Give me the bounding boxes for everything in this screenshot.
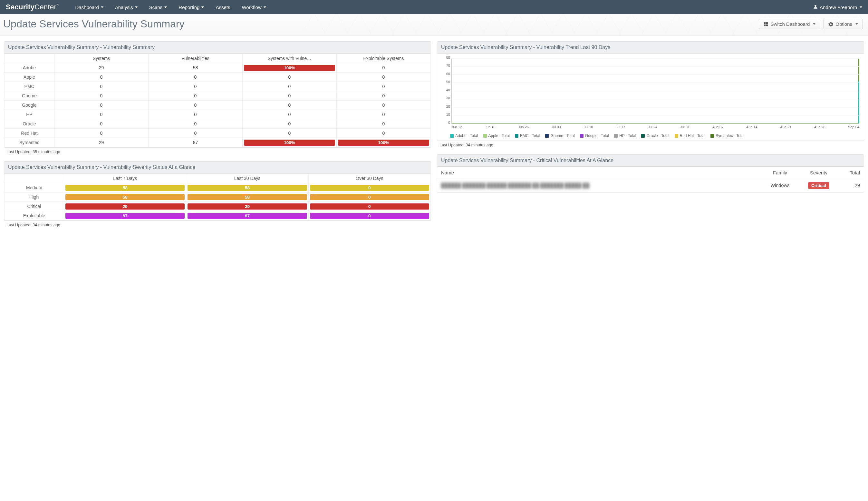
- panel-footer: Last Updated: 34 minutes ago: [4, 221, 431, 228]
- col-total: Total: [838, 167, 864, 179]
- percent-bar: 100%: [244, 140, 335, 146]
- x-tick: Jun 12: [452, 125, 462, 131]
- legend-swatch: [614, 134, 618, 138]
- nav-assets[interactable]: Assets: [216, 4, 230, 10]
- x-tick: Aug 14: [746, 125, 758, 131]
- x-tick: Jul 24: [648, 125, 657, 131]
- panel-footer: Last Updated: 34 minutes ago: [437, 141, 864, 149]
- y-tick: 40: [446, 88, 450, 92]
- brand-logo: SecurityCenter™: [6, 3, 59, 11]
- options-label: Options: [835, 21, 852, 27]
- trend-chart[interactable]: 01020304050607080 Jun 12Jun 19Jun 26Jul …: [441, 57, 860, 131]
- table-row[interactable]: ██████ ███████ ██████ ███████ ██ ███████…: [437, 179, 864, 192]
- vuln-summary-panel: Update Services Vulnerability Summary - …: [4, 41, 431, 156]
- svg-rect-1: [766, 22, 768, 23]
- top-nav: SecurityCenter™ DashboardAnalysisScansRe…: [0, 0, 868, 14]
- vuln-summary-table: SystemsVulnerabilitiesSystems with Vulne…: [4, 54, 431, 147]
- y-tick: 10: [446, 113, 450, 116]
- switch-dashboard-label: Switch Dashboard: [771, 21, 810, 27]
- x-tick: Jun 19: [485, 125, 496, 131]
- legend-item[interactable]: Gnome - Total: [545, 134, 574, 138]
- table-row[interactable]: Medium58580: [4, 183, 431, 192]
- legend-item[interactable]: Oracle - Total: [641, 134, 669, 138]
- x-tick: Jun 26: [518, 125, 529, 131]
- user-menu[interactable]: Andrew Freeborn: [813, 4, 862, 10]
- y-tick: 50: [446, 80, 450, 84]
- grid-icon: [763, 22, 768, 26]
- col-header: Last 30 Days: [186, 174, 308, 183]
- user-name: Andrew Freeborn: [820, 4, 857, 10]
- legend-swatch: [545, 134, 549, 138]
- table-row[interactable]: Oracle0000: [4, 119, 431, 129]
- severity-bar: 58: [187, 194, 307, 200]
- y-tick: 0: [448, 120, 450, 125]
- severity-bar: 0: [310, 194, 429, 200]
- critical-panel: Update Services Vulnerability Summary - …: [437, 154, 864, 192]
- col-header: Systems: [54, 54, 149, 63]
- severity-table: Last 7 DaysLast 30 DaysOver 30 DaysMediu…: [4, 173, 431, 221]
- nav-analysis[interactable]: Analysis: [115, 4, 138, 10]
- col-header: Last 7 Days: [64, 174, 186, 183]
- panel-title: Update Services Vulnerability Summary - …: [437, 42, 864, 54]
- nav-reporting[interactable]: Reporting: [178, 4, 204, 10]
- severity-bar: 0: [310, 185, 429, 191]
- legend-item[interactable]: Google - Total: [580, 134, 609, 138]
- legend-item[interactable]: Adobe - Total: [450, 134, 478, 138]
- options-button[interactable]: Options: [824, 19, 863, 29]
- legend-swatch: [675, 134, 678, 138]
- legend-item[interactable]: Apple - Total: [483, 134, 510, 138]
- col-header: [4, 174, 64, 183]
- legend-item[interactable]: Symantec - Total: [710, 134, 744, 138]
- severity-bar: 58: [65, 185, 185, 191]
- table-row[interactable]: High58580: [4, 192, 431, 202]
- brand-mark: ™: [56, 3, 59, 7]
- vuln-name-obscured: ██████ ███████ ██████ ███████ ██ ███████…: [441, 183, 589, 188]
- table-row[interactable]: Gnome0000: [4, 91, 431, 100]
- table-row[interactable]: Adobe2958100%0: [4, 63, 431, 73]
- legend-swatch: [641, 134, 645, 138]
- brand-strong: Security: [6, 3, 34, 11]
- panel-title: Update Services Vulnerability Summary - …: [4, 161, 431, 173]
- legend-item[interactable]: EMC - Total: [515, 134, 540, 138]
- table-row[interactable]: EMC0000: [4, 82, 431, 91]
- legend-item[interactable]: Red Hat - Total: [675, 134, 706, 138]
- nav-workflow[interactable]: Workflow: [242, 4, 266, 10]
- table-row[interactable]: HP0000: [4, 110, 431, 119]
- panel-title: Update Services Vulnerability Summary - …: [4, 42, 431, 54]
- table-row[interactable]: Symantec2987100%100%: [4, 138, 431, 147]
- nav-dashboard[interactable]: Dashboard: [75, 4, 103, 10]
- percent-bar: 100%: [244, 65, 335, 71]
- severity-bar: 87: [65, 213, 185, 219]
- y-tick: 60: [446, 72, 450, 76]
- x-tick: Aug 07: [712, 125, 724, 131]
- svg-rect-0: [763, 22, 765, 23]
- cell-total: 29: [838, 179, 864, 192]
- table-row[interactable]: Exploitable87870: [4, 211, 431, 221]
- caret-down-icon: [202, 7, 204, 8]
- y-tick: 70: [446, 64, 450, 67]
- severity-bar: 58: [65, 194, 185, 200]
- y-tick: 30: [446, 96, 450, 100]
- svg-rect-2: [763, 24, 765, 26]
- table-row[interactable]: Apple0000: [4, 73, 431, 82]
- caret-down-icon: [860, 7, 862, 8]
- brand-light: Center: [34, 3, 56, 11]
- table-row[interactable]: Red Hat0000: [4, 129, 431, 138]
- severity-bar: 87: [187, 213, 307, 219]
- legend-swatch: [580, 134, 584, 138]
- col-header: Vulnerabilities: [149, 54, 242, 63]
- col-header: Exploitable Systems: [337, 54, 431, 63]
- table-row[interactable]: Google0000: [4, 100, 431, 110]
- legend-item[interactable]: HP - Total: [614, 134, 636, 138]
- table-row[interactable]: Critical29290: [4, 202, 431, 211]
- legend-swatch: [710, 134, 714, 138]
- nav-scans[interactable]: Scans: [149, 4, 167, 10]
- caret-down-icon: [101, 7, 104, 8]
- switch-dashboard-button[interactable]: Switch Dashboard: [759, 19, 821, 29]
- user-icon: [813, 4, 818, 10]
- percent-bar: 100%: [338, 140, 429, 146]
- legend-swatch: [450, 134, 454, 138]
- x-tick: Sep 04: [848, 125, 859, 131]
- page-title: Update Services Vulnerability Summary: [3, 18, 759, 30]
- severity-bar: 29: [65, 203, 185, 210]
